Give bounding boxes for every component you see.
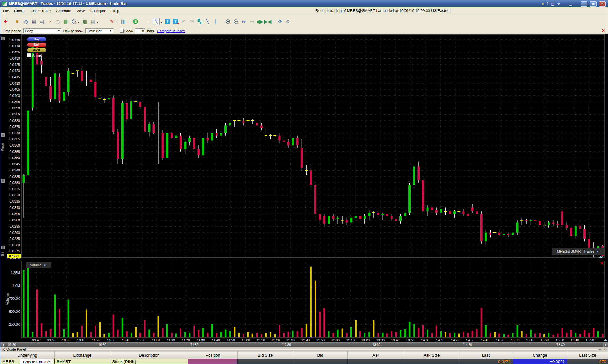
unlock-icon[interactable] [1, 254, 4, 256]
menu-item-charts[interactable]: Charts [11, 8, 28, 14]
chart-template-icon[interactable]: ▩ [62, 18, 69, 25]
print-chart-icon[interactable]: ▤ [39, 18, 45, 25]
quote-row[interactable]: MRESSMARTStock (PINK)0.0271+0.0021270 [0, 359, 608, 364]
chevron-down-icon[interactable]: ▼ [116, 21, 118, 24]
cell-position[interactable] [188, 359, 237, 364]
undo-icon[interactable]: ↶ [180, 18, 187, 25]
cell-change[interactable]: +0.0021 [513, 359, 567, 364]
price-volume-chart[interactable]: 0.04450.04400.04350.04300.04250.04200.04… [0, 34, 608, 342]
zoom-out-icon[interactable]: − [233, 18, 239, 25]
close-chart-icon[interactable]: ✕ [602, 29, 605, 32]
column-header-bid-size[interactable]: Bid Size [237, 352, 293, 359]
wrench-icon[interactable]: ⚙ [285, 18, 291, 25]
column-header-ask-size[interactable]: Ask Size [405, 352, 459, 359]
time-setup-icon[interactable]: ◷ [23, 18, 29, 25]
how-to-show-select[interactable]: 3 min Bar ▼ [85, 28, 113, 33]
time-scrollbar[interactable]: ◀ 09:30'10:30'11:30'12:30'13:30'14:30'15… [0, 342, 608, 347]
scroll-right-icon[interactable]: ▶ [604, 342, 608, 347]
close-volume-panel-icon[interactable]: ✕ [600, 262, 604, 265]
armed-checkbox[interactable] [27, 53, 31, 57]
time-period-select[interactable]: 1 day ▼ [23, 28, 61, 33]
print-icon[interactable]: ▤ [551, 2, 555, 6]
panel-marker-icon[interactable] [1, 179, 5, 183]
stats-chart-icon[interactable]: ▚ [196, 18, 203, 25]
alert-button[interactable]: Alert [27, 48, 46, 52]
cell-bid-size[interactable] [237, 359, 293, 364]
layout-grid-icon[interactable]: ▦ [89, 18, 96, 25]
gauge-icon[interactable]: ◔ [46, 18, 53, 25]
cell-exchange[interactable]: SMART [54, 359, 110, 364]
chevron-down-icon[interactable]: ▼ [77, 21, 80, 24]
window-icon[interactable]: ▢ [569, 2, 572, 6]
text-remove-icon[interactable]: T [173, 18, 179, 25]
series-tag[interactable]: MRES@SMART Trades ☛ [552, 248, 604, 255]
components-dropdown-icon[interactable]: ▼ [562, 4, 564, 6]
volume-panel-tag[interactable]: Volume ☛ [26, 262, 51, 268]
grid-icon[interactable]: ▦ [31, 18, 37, 25]
column-header-description[interactable]: Description [110, 352, 188, 359]
pointer-hand-icon[interactable]: ☛ [15, 18, 21, 25]
menu-item-file[interactable]: File [0, 8, 11, 14]
cell-last[interactable]: 0.0271 [459, 359, 513, 364]
panel-marker-icon[interactable] [1, 133, 5, 137]
title-bar[interactable]: MRES@SMART - Trades - 10/01 16:37:18 - U… [0, 0, 608, 7]
column-header-last-size[interactable]: Last Size [567, 352, 608, 359]
chevron-down-icon[interactable]: ▼ [160, 21, 163, 24]
text-tool-icon[interactable]: T [165, 18, 171, 25]
help-icon[interactable]: ? [546, 2, 548, 6]
restore-button[interactable]: ▣ [590, 1, 597, 7]
volume-bars-icon[interactable]: ▥ [120, 18, 126, 25]
wrench-icon[interactable]: ☛ [44, 263, 46, 267]
pin-icon[interactable] [542, 3, 544, 5]
expand-bars-icon[interactable]: ◀▶ [257, 18, 263, 25]
menu-item-help[interactable]: Help [109, 8, 122, 14]
panel-resize-handle[interactable] [599, 256, 603, 258]
filter-icon[interactable] [1, 246, 5, 249]
compare-to-index-link[interactable]: Compare to Index [157, 29, 185, 33]
quote-panel-toggle-icon[interactable] [2, 348, 5, 351]
zoom-in-icon[interactable]: + [225, 18, 231, 25]
refline-icon[interactable]: ╲ [204, 18, 211, 25]
scrollbar-thumb[interactable]: 09:30'10:30'11:30'12:30'13:30'14:30'15:3… [5, 342, 604, 347]
column-header-exchange[interactable]: Exchange [54, 352, 110, 359]
refresh-icon[interactable]: ⟳ [277, 18, 283, 25]
sell-button[interactable]: Sell [27, 42, 46, 47]
move-tool-icon[interactable]: ✚ [2, 18, 9, 25]
draw-pencil-icon[interactable]: ✎ [109, 18, 115, 25]
menu-item-configure[interactable]: Configure [87, 8, 109, 14]
wrench-icon[interactable]: ☛ [596, 250, 599, 253]
trendline-tool-icon[interactable]: ╲ [153, 18, 160, 25]
menu-item-view[interactable]: View [74, 8, 87, 14]
panel-marker-icon[interactable] [1, 37, 5, 40]
bars-count-input[interactable]: 18 [135, 28, 145, 33]
cell-bid[interactable] [293, 359, 347, 364]
show-checkbox[interactable] [120, 29, 124, 33]
column-header-underlying[interactable]: Underlying [0, 352, 54, 359]
annotate-map-icon[interactable]: ▨ [81, 18, 88, 25]
shift-right-icon[interactable]: ↦ [241, 18, 247, 25]
parallel-lines-icon[interactable]: ∥ [212, 18, 219, 25]
column-header-bid[interactable]: Bid [293, 352, 347, 359]
column-header-last[interactable]: Last [459, 352, 513, 359]
crosshair-icon[interactable]: + [145, 18, 151, 25]
clock-disabled-icon[interactable]: ◷ [54, 18, 61, 25]
buy-button[interactable]: Buy [27, 37, 46, 42]
chevron-down-icon[interactable]: ▼ [96, 21, 99, 24]
cell-last-size[interactable]: 270 [567, 359, 608, 364]
scroll-left-icon[interactable]: ◀ [0, 342, 5, 347]
components-icon[interactable]: ❖ [557, 2, 561, 6]
menu-item-annotate[interactable]: Annotate [53, 8, 74, 14]
menu-item-charttrader[interactable]: ChartTrader [28, 8, 53, 14]
hand-icon[interactable]: ☛ [599, 348, 602, 351]
shift-left-icon[interactable]: ↤ [249, 18, 255, 25]
target-icon[interactable]: ◎ [604, 348, 606, 351]
dollar-icon[interactable]: $ [132, 18, 139, 25]
contract-bars-icon[interactable]: ▶◀ [265, 18, 271, 25]
panel-resize-handle[interactable] [604, 339, 608, 341]
search-icon[interactable] [70, 18, 77, 25]
cell-description[interactable]: Stock (PINK) [110, 359, 188, 364]
column-header-ask[interactable]: Ask [347, 352, 405, 359]
redo-icon[interactable]: ↷ [188, 18, 195, 25]
cell-ask-size[interactable] [405, 359, 459, 364]
minimize-button[interactable]: — [581, 1, 587, 7]
